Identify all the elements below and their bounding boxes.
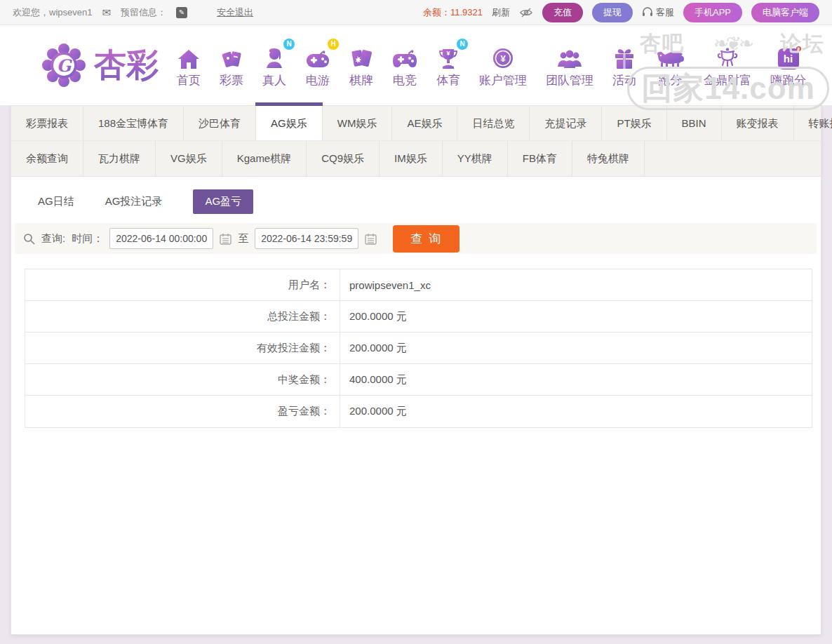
date-to-input[interactable] bbox=[255, 228, 358, 249]
nav-item-hipaofen[interactable]: hi 嗨跑分 bbox=[770, 43, 806, 88]
row-value: prowipseven1_xc bbox=[340, 269, 812, 300]
tab-188-sport[interactable]: 188金宝博体育 bbox=[83, 106, 184, 140]
profit-table: 用户名： prowipseven1_xc 总投注金额： 200.0000 元 有… bbox=[25, 269, 812, 428]
home-icon bbox=[177, 48, 200, 69]
subtab-ag-bet-records[interactable]: AG投注记录 bbox=[105, 189, 163, 214]
tab-balance-query[interactable]: 余额查询 bbox=[11, 141, 83, 176]
withdraw-button[interactable]: 提现 bbox=[592, 3, 633, 22]
tab-lottery-report[interactable]: 彩票报表 bbox=[11, 106, 83, 140]
tab-bbin[interactable]: BBIN bbox=[667, 106, 722, 140]
gift-icon bbox=[614, 48, 635, 69]
row-value: 400.0000 元 bbox=[340, 364, 812, 395]
row-value: 200.0000 元 bbox=[340, 301, 812, 332]
tab-kgame[interactable]: Kgame棋牌 bbox=[222, 141, 307, 176]
nav-item-egames[interactable]: H 电游 bbox=[305, 43, 330, 88]
table-row: 中奖金额： 400.0000 元 bbox=[25, 364, 812, 396]
tab-ae[interactable]: AE娱乐 bbox=[392, 106, 457, 140]
row-label: 中奖金额： bbox=[25, 364, 340, 395]
badge-h: H bbox=[328, 39, 339, 50]
table-row: 总投注金额： 200.0000 元 bbox=[25, 301, 812, 333]
trophy-icon: ¥ bbox=[437, 48, 459, 69]
date-from-input[interactable] bbox=[109, 228, 213, 249]
reserved-info-label: 预留信息： bbox=[121, 6, 166, 19]
headset-icon bbox=[642, 7, 653, 18]
recharge-button[interactable]: 充值 bbox=[542, 3, 583, 22]
mail-icon[interactable]: ✉ bbox=[102, 7, 111, 18]
tab-account-change-report[interactable]: 账变报表 bbox=[722, 106, 794, 140]
row-label: 盈亏金额： bbox=[25, 396, 340, 427]
svg-text:¥: ¥ bbox=[500, 53, 506, 64]
tab-wali-chess[interactable]: 瓦力棋牌 bbox=[83, 141, 156, 176]
calendar-from-icon[interactable] bbox=[220, 233, 232, 245]
main-nav: 首页 彩票 N 真人 H 电游 棋牌 电竞 bbox=[177, 43, 806, 88]
svg-text:G: G bbox=[57, 55, 73, 76]
coin-icon: ¥ bbox=[492, 47, 514, 69]
nav-item-esports[interactable]: 电竞 bbox=[392, 43, 417, 88]
tab-tetu-chess[interactable]: 特兔棋牌 bbox=[572, 141, 645, 176]
tab-pt[interactable]: PT娱乐 bbox=[602, 106, 666, 140]
gamepad-icon bbox=[305, 48, 330, 69]
tab-wm[interactable]: WM娱乐 bbox=[323, 106, 393, 140]
search-bar: 查询: 时间： 至 查 询 bbox=[15, 223, 817, 254]
nav-item-chess[interactable]: 棋牌 bbox=[349, 43, 373, 88]
tab-saba-sport[interactable]: 沙巴体育 bbox=[184, 106, 256, 140]
tab-im[interactable]: IM娱乐 bbox=[380, 141, 443, 176]
row-value: 200.0000 元 bbox=[340, 333, 812, 363]
nav-item-sports[interactable]: ¥ N 体育 bbox=[436, 43, 460, 88]
header: G 杏彩 首页 彩票 N 真人 H 电游 棋牌 bbox=[0, 25, 832, 105]
hi-icon: hi bbox=[778, 48, 799, 69]
balance-text: 余额：11.9321 bbox=[423, 6, 483, 19]
subtab-ag-daily[interactable]: AG日结 bbox=[38, 189, 74, 214]
subtab-ag-profit[interactable]: AG盈亏 bbox=[193, 189, 253, 214]
tab-vg[interactable]: VG娱乐 bbox=[156, 141, 222, 176]
query-button[interactable]: 查 询 bbox=[393, 225, 459, 253]
edit-icon[interactable]: ✎ bbox=[176, 7, 187, 18]
date-range-separator: 至 bbox=[238, 232, 248, 246]
table-row: 有效投注金额： 200.0000 元 bbox=[25, 333, 812, 364]
nav-item-account-mgmt[interactable]: ¥ 账户管理 bbox=[479, 43, 527, 88]
nav-item-team-mgmt[interactable]: 团队管理 bbox=[546, 43, 593, 88]
tab-row-2: 余额查询 瓦力棋牌 VG娱乐 Kgame棋牌 CQ9娱乐 IM娱乐 YY棋牌 F… bbox=[11, 141, 821, 176]
welcome-text: 欢迎您，wipseven1 bbox=[13, 6, 92, 19]
row-label: 有效投注金额： bbox=[25, 333, 340, 363]
tab-daily-summary[interactable]: 日结总览 bbox=[457, 106, 530, 140]
refresh-button[interactable]: 刷新 bbox=[492, 6, 510, 19]
rhino-icon bbox=[655, 50, 685, 69]
esports-gamepad-icon bbox=[392, 48, 417, 69]
row-value: 200.0000 元 bbox=[340, 396, 812, 427]
table-row: 盈亏金额： 200.0000 元 bbox=[25, 396, 812, 427]
nav-item-jinding[interactable]: 金鼎财富 bbox=[704, 43, 751, 88]
tab-transfer-report[interactable]: 转账报表 bbox=[794, 106, 832, 140]
pc-client-button[interactable]: 电脑客户端 bbox=[751, 3, 819, 22]
row-label: 用户名： bbox=[25, 269, 340, 300]
ticket-icon bbox=[220, 48, 243, 69]
calendar-to-icon[interactable] bbox=[365, 233, 377, 245]
nav-item-lottery[interactable]: 彩票 bbox=[220, 43, 243, 88]
tab-row-1: 彩票报表 188金宝博体育 沙巴体育 AG娱乐 WM娱乐 AE娱乐 日结总览 充… bbox=[11, 106, 821, 141]
badge-n: N bbox=[457, 39, 468, 50]
svg-text:¥: ¥ bbox=[446, 50, 450, 57]
tab-ag[interactable]: AG娱乐 bbox=[256, 106, 323, 140]
eye-off-icon[interactable] bbox=[519, 7, 533, 18]
cards-icon bbox=[350, 48, 373, 69]
team-icon bbox=[557, 48, 582, 69]
tab-fb-sport[interactable]: FB体育 bbox=[508, 141, 572, 176]
site-logo[interactable]: G 杏彩 bbox=[41, 42, 159, 88]
topbar: 欢迎您，wipseven1 ✉ 预留信息： ✎ 安全退出 余额：11.9321 … bbox=[0, 0, 832, 25]
customer-service-link[interactable]: 客服 bbox=[642, 6, 674, 19]
logo-text: 杏彩 bbox=[94, 43, 159, 87]
time-label: 时间： bbox=[72, 232, 103, 246]
nav-item-live[interactable]: N 真人 bbox=[262, 43, 286, 88]
search-icon bbox=[23, 233, 35, 245]
table-row: 用户名： prowipseven1_xc bbox=[25, 269, 812, 301]
nav-item-activity[interactable]: 活动 bbox=[612, 43, 636, 88]
tab-yy-chess[interactable]: YY棋牌 bbox=[443, 141, 508, 176]
badge-n: N bbox=[283, 39, 295, 50]
nav-item-home[interactable]: 首页 bbox=[177, 43, 201, 88]
tab-cq9[interactable]: CQ9娱乐 bbox=[307, 141, 380, 176]
search-label: 查询: bbox=[41, 232, 65, 246]
logout-link[interactable]: 安全退出 bbox=[217, 6, 253, 19]
mobile-app-button[interactable]: 手机APP bbox=[683, 3, 742, 22]
nav-item-paofen[interactable]: 跑分 bbox=[655, 43, 685, 88]
tab-deposit-withdraw-record[interactable]: 充提记录 bbox=[530, 106, 602, 140]
